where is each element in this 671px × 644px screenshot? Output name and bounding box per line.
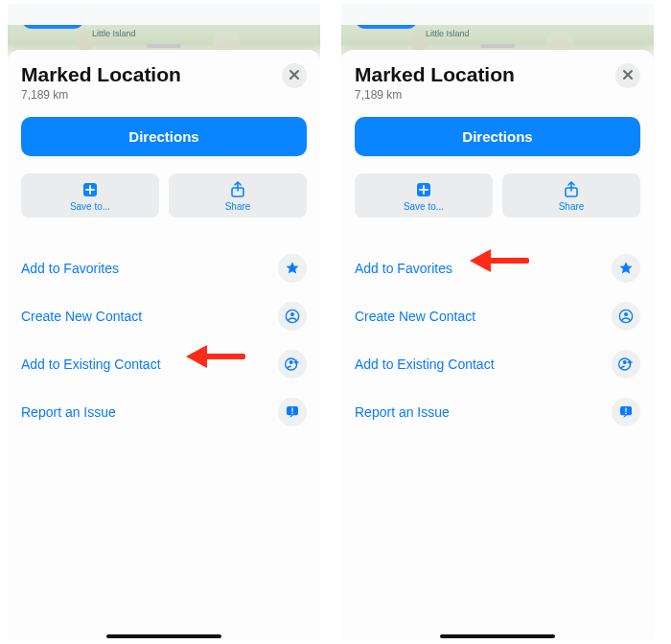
add-to-favorites-row[interactable]: Add to Favorites	[355, 244, 640, 292]
plus-square-icon	[415, 181, 432, 198]
map-place-label: Little Island	[92, 29, 136, 38]
add-to-existing-contact-row[interactable]: Add to Existing Contact	[355, 340, 640, 388]
action-list: Add to Favorites Create New Contact Add …	[21, 244, 307, 436]
add-to-existing-contact-row[interactable]: Add to Existing Contact	[21, 340, 307, 388]
home-indicator[interactable]	[440, 634, 555, 638]
time-pill: 16:39	[355, 25, 418, 29]
report-icon	[612, 398, 640, 426]
close-icon	[289, 68, 300, 83]
page-title: Marked Location	[355, 63, 515, 86]
share-icon	[563, 181, 580, 198]
action-label: Add to Existing Contact	[355, 356, 495, 372]
distance-subtitle: 7,189 km	[355, 88, 515, 102]
close-icon	[622, 68, 634, 83]
action-label: Add to Favorites	[355, 261, 452, 276]
save-to-button[interactable]: Save to...	[21, 173, 159, 218]
directions-button[interactable]: Directions	[355, 117, 640, 156]
share-label: Share	[559, 201, 585, 212]
svg-point-13	[623, 360, 627, 364]
share-icon	[229, 181, 246, 198]
report-issue-row[interactable]: Report an Issue	[21, 388, 307, 436]
contact-icon	[612, 302, 640, 331]
distance-subtitle: 7,189 km	[21, 88, 181, 102]
action-label: Report an Issue	[355, 404, 450, 420]
share-label: Share	[225, 201, 251, 212]
home-indicator[interactable]	[106, 634, 221, 638]
close-button[interactable]	[282, 63, 307, 88]
action-label: Create New Contact	[21, 309, 142, 324]
save-to-label: Save to...	[404, 201, 444, 212]
create-new-contact-row[interactable]: Create New Contact	[355, 292, 640, 340]
contact-icon	[278, 302, 307, 331]
report-icon	[278, 398, 307, 426]
place-sheet: Marked Location 7,189 km Directions Save…	[8, 50, 320, 640]
action-label: Report an Issue	[21, 404, 116, 420]
svg-point-3	[290, 312, 294, 316]
annotation-arrow	[470, 254, 529, 267]
add-to-favorites-row[interactable]: Add to Favorites	[21, 244, 307, 292]
time-pill: 16:39	[21, 25, 84, 29]
contact-add-icon	[612, 350, 640, 379]
status-bar	[8, 4, 320, 25]
report-issue-row[interactable]: Report an Issue	[355, 388, 640, 436]
map-place-label: Little Island	[426, 29, 470, 38]
contact-add-icon	[278, 350, 307, 379]
screenshot-left: 16:39 4G Little Island Marked Location 7…	[8, 4, 320, 640]
sheet-grabber[interactable]	[480, 44, 515, 48]
svg-point-7	[291, 413, 293, 415]
svg-point-15	[625, 413, 627, 415]
directions-button[interactable]: Directions	[21, 117, 307, 156]
star-icon	[278, 254, 307, 283]
save-to-label: Save to...	[70, 201, 110, 212]
plus-square-icon	[81, 181, 99, 198]
svg-point-5	[289, 360, 293, 364]
place-sheet: Marked Location 7,189 km Directions Save…	[341, 50, 654, 640]
create-new-contact-row[interactable]: Create New Contact	[21, 292, 307, 340]
action-label: Add to Existing Contact	[21, 356, 161, 372]
action-list: Add to Favorites Create New Contact Add …	[355, 244, 640, 436]
share-button[interactable]: Share	[169, 173, 307, 218]
page-title: Marked Location	[21, 63, 181, 86]
screenshot-right: 16:39 4G Little Island Marked Location 7…	[341, 4, 654, 640]
action-label: Add to Favorites	[21, 261, 119, 276]
star-icon	[612, 254, 640, 283]
action-label: Create New Contact	[355, 309, 475, 324]
close-button[interactable]	[615, 63, 640, 88]
annotation-arrow	[186, 350, 245, 363]
share-button[interactable]: Share	[502, 173, 640, 218]
save-to-button[interactable]: Save to...	[355, 173, 493, 218]
sheet-grabber[interactable]	[147, 44, 181, 48]
status-bar	[341, 4, 654, 25]
svg-point-11	[624, 312, 628, 316]
